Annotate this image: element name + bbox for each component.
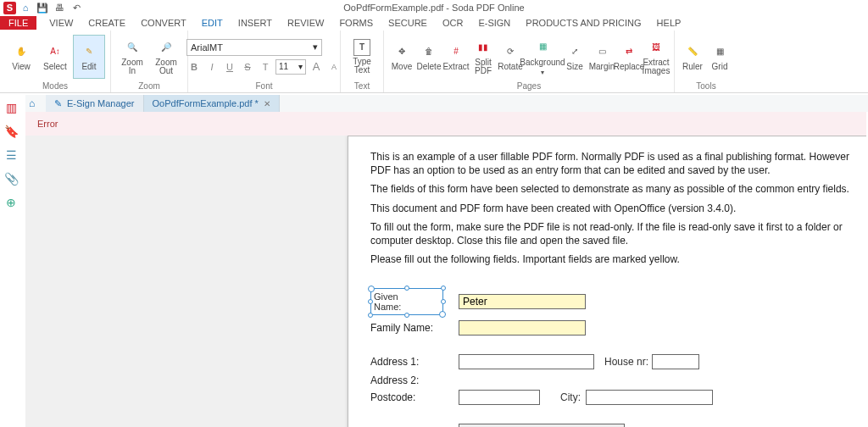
delete-label: Delete	[417, 62, 442, 71]
country-select[interactable]	[459, 424, 625, 427]
italic-button[interactable]: I	[204, 59, 220, 75]
ribbon-group-font: ArialMT ▾ B I U S T 11▾ A A Font	[188, 30, 341, 92]
group-label-tools: Tools	[696, 80, 715, 92]
type-text-button[interactable]: T Type Text	[346, 35, 378, 79]
close-tab-icon[interactable]: ✕	[264, 99, 270, 108]
extract-images-button[interactable]: 🖼Extract Images	[643, 35, 669, 79]
chevron-down-icon: ▾	[541, 69, 544, 76]
size-icon: ⤢	[565, 42, 584, 60]
menu-edit[interactable]: EDIT	[194, 16, 231, 30]
move-icon: ✥	[392, 42, 411, 60]
menu-ocr[interactable]: OCR	[435, 16, 470, 30]
ruler-icon: 📏	[683, 42, 702, 60]
chevron-down-icon: ▾	[313, 42, 318, 53]
rotate-label: Rotate	[498, 62, 522, 71]
group-label-modes: Modes	[42, 80, 68, 92]
tab-home-icon[interactable]: ⌂	[29, 97, 42, 109]
rotate-button[interactable]: ⟳Rotate	[498, 35, 523, 79]
background-button[interactable]: ▦Background▾	[525, 35, 560, 79]
row-address-1: Address 1: House nr:	[370, 354, 859, 369]
title-bar: S ⌂ 💾 🖶 ↶ OoPdfFormExample.pdf - Soda PD…	[0, 0, 868, 15]
tab-esign-manager[interactable]: ✎ E-Sign Manager	[46, 95, 144, 112]
city-field[interactable]	[586, 390, 713, 405]
size-label: Size	[566, 62, 582, 71]
document-viewport[interactable]: This is an example of a user fillable PD…	[25, 136, 866, 427]
trash-icon: 🗑	[420, 42, 438, 60]
size-button[interactable]: ⤢Size	[562, 35, 587, 79]
shrink-font-button[interactable]: A	[326, 59, 342, 75]
given-name-label-selected[interactable]: Given Name:	[370, 288, 443, 315]
error-text: Error	[37, 119, 58, 129]
city-label: City:	[560, 391, 581, 403]
grid-button[interactable]: ▦Grid	[707, 35, 732, 79]
save-icon[interactable]: 💾	[36, 2, 48, 14]
tab-document[interactable]: OoPdfFormExample.pdf * ✕	[144, 95, 280, 112]
strike-button[interactable]: S	[240, 59, 255, 75]
menu-forms[interactable]: FORMS	[331, 16, 381, 30]
ruler-button[interactable]: 📏Ruler	[680, 35, 705, 79]
given-name-field[interactable]	[459, 294, 586, 309]
replace-button[interactable]: ⇄Replace	[616, 35, 642, 79]
ribbon-group-modes: ✋ View A↕ Select ✎ Edit Modes	[0, 30, 111, 92]
zoom-in-button[interactable]: 🔍 Zoom In	[116, 35, 148, 79]
menu-view[interactable]: VIEW	[42, 16, 81, 30]
move-button[interactable]: ✥Move	[389, 35, 415, 79]
menu-products[interactable]: PRODUCTS AND PRICING	[518, 16, 648, 30]
postcode-field[interactable]	[459, 390, 540, 405]
group-label-text: Text	[354, 80, 370, 92]
bold-button[interactable]: B	[186, 59, 202, 75]
undo-icon[interactable]: ↶	[70, 2, 82, 14]
thumbnails-icon[interactable]: ▥	[3, 100, 19, 115]
extract-label: Extract	[442, 62, 469, 71]
font-size-combo[interactable]: 11▾	[275, 59, 306, 75]
underline-button[interactable]: U	[222, 59, 237, 75]
menu-insert[interactable]: INSERT	[231, 16, 280, 30]
delete-button[interactable]: 🗑Delete	[416, 35, 442, 79]
split-button[interactable]: ▮▮Split PDF	[470, 35, 496, 79]
layers-icon[interactable]: ☰	[3, 147, 19, 163]
replace-label: Replace	[614, 62, 645, 71]
ribbon: ✋ View A↕ Select ✎ Edit Modes 🔍 Zoom In …	[0, 30, 868, 93]
paragraph-5: Please fill out the following fields. Im…	[370, 252, 859, 266]
group-label-zoom: Zoom	[138, 80, 160, 92]
type-text-icon: T	[353, 39, 370, 56]
attachments-icon[interactable]: 📎	[3, 171, 19, 186]
background-label: Background	[520, 58, 565, 67]
grow-font-button[interactable]: A	[309, 59, 324, 75]
move-label: Move	[392, 62, 412, 71]
text-color-button[interactable]: T	[258, 59, 273, 75]
menu-esign[interactable]: E-SIGN	[470, 16, 518, 30]
pencil-icon: ✎	[80, 42, 98, 60]
select-label: Select	[43, 62, 67, 71]
font-name-combo[interactable]: ArialMT ▾	[186, 39, 322, 56]
menu-secure[interactable]: SECURE	[381, 16, 435, 30]
grid-label: Grid	[712, 62, 728, 71]
print-icon[interactable]: 🖶	[53, 2, 65, 14]
house-nr-field[interactable]	[652, 354, 699, 369]
edit-mode-button[interactable]: ✎ Edit	[73, 35, 105, 79]
left-rail: ▥ 🔖 ☰ 📎 ⊕	[0, 93, 22, 210]
address1-field[interactable]	[459, 354, 594, 369]
menu-help[interactable]: HELP	[649, 16, 689, 30]
row-given-name: Given Name:	[370, 288, 859, 315]
family-name-field[interactable]	[459, 320, 586, 336]
zoom-in-icon: 🔍	[123, 38, 142, 57]
family-name-label: Family Name:	[370, 322, 459, 334]
zoom-out-button[interactable]: 🔎 Zoom Out	[150, 35, 182, 79]
extract-button[interactable]: #Extract	[443, 35, 469, 79]
menu-review[interactable]: REVIEW	[280, 16, 331, 30]
font-name-value: ArialMT	[191, 42, 223, 53]
menu-file[interactable]: FILE	[0, 16, 36, 30]
view-label: View	[12, 62, 31, 71]
margin-icon: ▭	[593, 42, 611, 60]
margin-button[interactable]: ▭Margin	[589, 35, 615, 79]
view-mode-button[interactable]: ✋ View	[5, 35, 37, 79]
menu-create[interactable]: CREATE	[81, 16, 133, 30]
home-icon[interactable]: ⌂	[19, 2, 31, 14]
address1-label: Address 1:	[370, 356, 459, 368]
select-mode-button[interactable]: A↕ Select	[39, 35, 71, 79]
bookmarks-icon[interactable]: 🔖	[3, 124, 19, 139]
menu-convert[interactable]: CONVERT	[133, 16, 194, 30]
security-icon[interactable]: ⊕	[3, 195, 19, 210]
pdf-page: This is an example of a user fillable PD…	[348, 136, 866, 427]
